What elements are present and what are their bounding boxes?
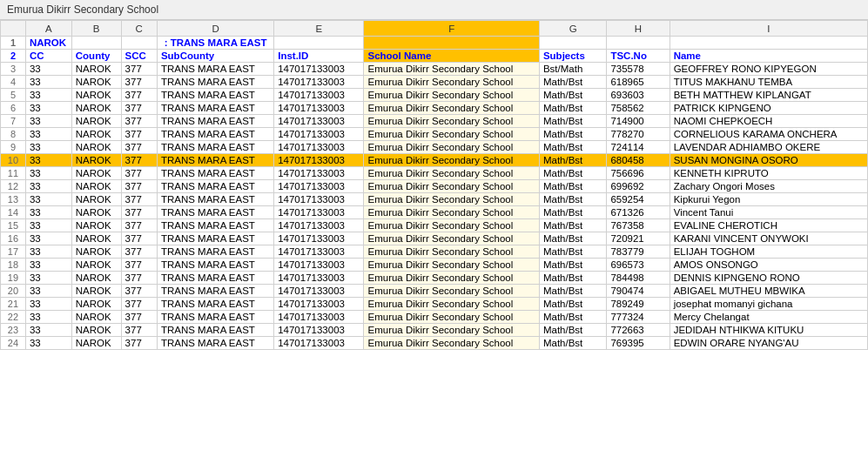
cell-f[interactable]: Emurua Dikirr Secondary School: [364, 167, 539, 180]
cell-c[interactable]: 377: [121, 193, 157, 206]
cell-d[interactable]: TRANS MARA EAST: [157, 76, 273, 89]
cell-h[interactable]: 772663: [607, 324, 670, 337]
cell-c[interactable]: 377: [121, 102, 157, 115]
cell-a[interactable]: 33: [25, 259, 71, 272]
cell-b[interactable]: NAROK: [71, 128, 121, 141]
cell-d[interactable]: TRANS MARA EAST: [157, 232, 273, 245]
cell-c[interactable]: 377: [121, 232, 157, 245]
cell-g[interactable]: Math/Bst: [539, 154, 606, 167]
cell-g[interactable]: Math/Bst: [539, 128, 606, 141]
cell-f[interactable]: Emurua Dikirr Secondary School: [364, 324, 539, 337]
cell-c[interactable]: 377: [121, 76, 157, 89]
col-c-header[interactable]: C: [121, 21, 157, 37]
cell-e[interactable]: 147017133003: [274, 128, 364, 141]
cell-c[interactable]: 377: [121, 285, 157, 298]
col-f-header[interactable]: F: [364, 21, 539, 37]
cell-2a[interactable]: CC: [25, 50, 71, 63]
cell-i[interactable]: CORNELIOUS KARAMA ONCHERA: [670, 128, 867, 141]
cell-i[interactable]: JEDIDAH NTHIKWA KITUKU: [670, 324, 867, 337]
cell-i[interactable]: Kipkurui Yegon: [670, 193, 867, 206]
cell-f[interactable]: Emurua Dikirr Secondary School: [364, 102, 539, 115]
cell-e[interactable]: 147017133003: [274, 115, 364, 128]
cell-d[interactable]: TRANS MARA EAST: [157, 141, 273, 154]
cell-i[interactable]: EDWIN ORARE NYANG'AU: [670, 337, 867, 350]
cell-a[interactable]: 33: [25, 232, 71, 245]
cell-c[interactable]: 377: [121, 128, 157, 141]
cell-2b[interactable]: County: [71, 50, 121, 63]
cell-d[interactable]: TRANS MARA EAST: [157, 311, 273, 324]
cell-g[interactable]: Math/Bst: [539, 259, 606, 272]
cell-i[interactable]: ELIJAH TOGHOM: [670, 245, 867, 259]
cell-h[interactable]: 659254: [607, 193, 670, 206]
cell-b[interactable]: NAROK: [71, 141, 121, 154]
cell-h[interactable]: 758562: [607, 102, 670, 115]
cell-e[interactable]: 147017133003: [274, 154, 364, 167]
cell-d[interactable]: TRANS MARA EAST: [157, 298, 273, 311]
cell-b[interactable]: NAROK: [71, 76, 121, 89]
cell-c[interactable]: 377: [121, 337, 157, 350]
cell-i[interactable]: AMOS ONSONGO: [670, 259, 867, 272]
cell-h[interactable]: 777324: [607, 311, 670, 324]
cell-e[interactable]: 147017133003: [274, 285, 364, 298]
cell-i[interactable]: DENNIS KIPNGENO RONO: [670, 272, 867, 285]
cell-g[interactable]: Math/Bst: [539, 311, 606, 324]
cell-h[interactable]: 714900: [607, 115, 670, 128]
cell-f[interactable]: Emurua Dikirr Secondary School: [364, 115, 539, 128]
cell-c[interactable]: 377: [121, 311, 157, 324]
cell-g[interactable]: Math/Bst: [539, 180, 606, 193]
cell-g[interactable]: Math/Bst: [539, 324, 606, 337]
cell-e[interactable]: 147017133003: [274, 259, 364, 272]
cell-f[interactable]: Emurua Dikirr Secondary School: [364, 206, 539, 219]
cell-a[interactable]: 33: [25, 89, 71, 102]
cell-a[interactable]: 33: [25, 154, 71, 167]
cell-e[interactable]: 147017133003: [274, 89, 364, 102]
cell-a[interactable]: 33: [25, 206, 71, 219]
cell-h[interactable]: 680458: [607, 154, 670, 167]
cell-h[interactable]: 671326: [607, 206, 670, 219]
cell-2f[interactable]: School Name: [364, 50, 539, 63]
cell-i[interactable]: PATRICK KIPNGENO: [670, 102, 867, 115]
cell-g[interactable]: Math/Bst: [539, 206, 606, 219]
cell-b[interactable]: NAROK: [71, 285, 121, 298]
cell-i[interactable]: KARANI VINCENT ONYWOKI: [670, 232, 867, 245]
cell-c[interactable]: 377: [121, 272, 157, 285]
cell-d[interactable]: TRANS MARA EAST: [157, 89, 273, 102]
cell-b[interactable]: NAROK: [71, 206, 121, 219]
cell-a[interactable]: 33: [25, 180, 71, 193]
cell-d[interactable]: TRANS MARA EAST: [157, 193, 273, 206]
cell-a[interactable]: 33: [25, 324, 71, 337]
cell-e[interactable]: 147017133003: [274, 324, 364, 337]
cell-g[interactable]: Math/Bst: [539, 141, 606, 154]
cell-c[interactable]: 377: [121, 324, 157, 337]
cell-f[interactable]: Emurua Dikirr Secondary School: [364, 232, 539, 245]
cell-2d[interactable]: SubCounty: [157, 50, 273, 63]
cell-e[interactable]: 147017133003: [274, 141, 364, 154]
cell-i[interactable]: SUSAN MONGINA OSORO: [670, 154, 867, 167]
cell-a[interactable]: 33: [25, 63, 71, 76]
cell-h[interactable]: 789249: [607, 298, 670, 311]
cell-c[interactable]: 377: [121, 219, 157, 232]
cell-i[interactable]: GEOFFREY RONO KIPYEGON: [670, 63, 867, 76]
cell-d[interactable]: TRANS MARA EAST: [157, 128, 273, 141]
cell-c[interactable]: 377: [121, 245, 157, 259]
cell-e[interactable]: 147017133003: [274, 232, 364, 245]
cell-g[interactable]: Math/Bst: [539, 232, 606, 245]
cell-b[interactable]: NAROK: [71, 298, 121, 311]
cell-f[interactable]: Emurua Dikirr Secondary School: [364, 285, 539, 298]
col-i-header[interactable]: I: [670, 21, 867, 37]
cell-i[interactable]: Mercy Chelangat: [670, 311, 867, 324]
cell-g[interactable]: Math/Bst: [539, 285, 606, 298]
cell-b[interactable]: NAROK: [71, 63, 121, 76]
cell-g[interactable]: Math/Bst: [539, 272, 606, 285]
cell-f[interactable]: Emurua Dikirr Secondary School: [364, 311, 539, 324]
cell-d[interactable]: TRANS MARA EAST: [157, 245, 273, 259]
cell-b[interactable]: NAROK: [71, 154, 121, 167]
cell-f[interactable]: Emurua Dikirr Secondary School: [364, 76, 539, 89]
cell-c[interactable]: 377: [121, 141, 157, 154]
cell-h[interactable]: 693603: [607, 89, 670, 102]
cell-c[interactable]: 377: [121, 298, 157, 311]
cell-f[interactable]: Emurua Dikirr Secondary School: [364, 245, 539, 259]
cell-2i[interactable]: Name: [670, 50, 867, 63]
cell-a[interactable]: 33: [25, 115, 71, 128]
cell-b[interactable]: NAROK: [71, 193, 121, 206]
